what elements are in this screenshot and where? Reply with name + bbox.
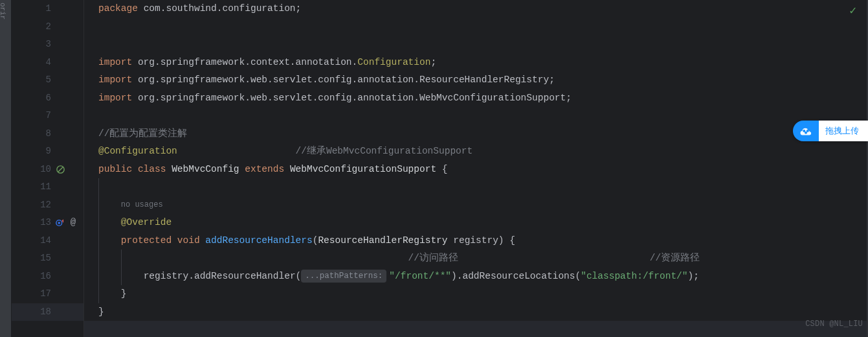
code-line[interactable]: //访问路径 //资源路径 (84, 250, 868, 268)
keyword: package (98, 0, 138, 18)
line-number: 12 (21, 196, 51, 215)
line-number: 9 (21, 143, 51, 161)
import-path: org.springframework.context.annotation. (138, 54, 357, 72)
method-call: addResourceLocations (462, 268, 575, 286)
line-number: 2 (21, 18, 51, 36)
keyword: import (98, 54, 132, 72)
svg-line-1 (58, 167, 63, 172)
code-line[interactable] (84, 36, 868, 54)
comment: //配置为配置类注解 (98, 125, 187, 143)
upload-label: 拖拽上传 (819, 121, 868, 141)
brace: } (121, 285, 127, 303)
comment: //继承WebMvcConfigurationSupport (296, 143, 473, 161)
code-line[interactable]: //配置为配置类注解 (84, 125, 868, 143)
inspection-ok-icon[interactable]: ✓ (849, 3, 856, 21)
code-line[interactable]: import org.springframework.web.servlet.c… (84, 71, 868, 89)
code-line[interactable]: @Override (84, 214, 868, 232)
code-line[interactable] (84, 178, 868, 196)
code-line[interactable]: protected void addResourceHandlers(Resou… (84, 232, 868, 250)
class-ref: Configuration (357, 54, 430, 72)
keyword: extends (245, 161, 284, 179)
line-number: 3 (21, 36, 51, 54)
code-area[interactable]: package com.southwind.configuration; imp… (84, 0, 868, 337)
semicolon: ; (296, 0, 302, 18)
line-number: 5 (21, 71, 51, 89)
comment: //资源路径 (650, 250, 700, 268)
line-number: 8 (21, 125, 51, 143)
at-icon: @ (68, 218, 78, 228)
brace: { (509, 232, 515, 250)
param-type: ResourceHandlerRegistry (318, 232, 447, 250)
override-icon[interactable] (55, 218, 65, 228)
code-line[interactable] (84, 107, 868, 125)
code-line[interactable]: registry.addResourceHandler(...pathPatte… (84, 268, 868, 286)
keyword: import (98, 71, 132, 89)
gutter: 1 2 3 4 5 6 7 8 9 10 11 12 13 @ 14 15 16… (12, 0, 84, 337)
code-line[interactable]: import org.springframework.web.servlet.c… (84, 89, 868, 108)
line-number: 14 (21, 232, 51, 250)
keyword: void (177, 232, 200, 250)
usage-hint[interactable]: no usages (121, 196, 163, 215)
string-literal: "classpath:/front/" (581, 268, 687, 286)
line-number: 17 (21, 285, 51, 303)
import-path: org.springframework.web.servlet.config.a… (138, 71, 549, 89)
annotation: @Override (121, 214, 172, 232)
line-number: 15 (21, 250, 51, 268)
line-number: 7 (21, 107, 51, 125)
string-literal: "/front/**" (389, 268, 451, 286)
code-line[interactable]: no usages (84, 196, 868, 215)
keyword: import (98, 89, 132, 108)
line-number: 16 (21, 268, 51, 286)
svg-point-6 (805, 132, 807, 134)
superclass: WebMvcConfigurationSupport (290, 161, 436, 179)
brace: { (442, 161, 448, 179)
param-name: registry (453, 232, 498, 250)
code-line[interactable]: public class WebMvcConfig extends WebMvc… (84, 161, 868, 179)
upload-widget[interactable]: 拖拽上传 (793, 121, 868, 141)
keyword: protected (121, 232, 172, 250)
annotation: @Configuration (98, 143, 177, 161)
code-line[interactable]: import org.springframework.context.annot… (84, 54, 868, 72)
comment: //访问路径 (408, 250, 458, 268)
import-path: org.springframework.web.servlet.config.a… (138, 89, 566, 108)
forbidden-icon (55, 164, 65, 174)
method-name: addResourceHandlers (205, 232, 312, 250)
code-line[interactable] (84, 18, 868, 36)
watermark: CSDN @NL_LIU (805, 316, 863, 334)
line-number: 6 (21, 89, 51, 108)
package-name: com.southwind.configuration (144, 0, 296, 18)
svg-point-3 (58, 222, 61, 224)
code-line[interactable]: } (84, 285, 868, 303)
line-number: 10 (21, 161, 51, 179)
line-number: 18 (21, 303, 51, 321)
left-panel-stub: orir (0, 0, 12, 337)
code-line[interactable] (84, 321, 868, 337)
keyword: public (98, 161, 132, 179)
line-number: 1 (21, 0, 51, 18)
keyword: class (138, 161, 166, 179)
line-number: 4 (21, 54, 51, 72)
code-line[interactable]: @Configuration //继承WebMvcConfigurationSu… (84, 143, 868, 161)
code-line[interactable]: package com.southwind.configuration; (84, 0, 868, 18)
code-editor[interactable]: 1 2 3 4 5 6 7 8 9 10 11 12 13 @ 14 15 16… (12, 0, 868, 337)
class-name: WebMvcConfig (172, 161, 239, 179)
line-number: 11 (21, 178, 51, 196)
line-number: 13 (21, 214, 51, 232)
method-call: addResourceHandler (194, 268, 296, 286)
brace: } (98, 303, 104, 321)
var-ref: registry (144, 268, 189, 286)
param-hint: ...pathPatterns: (301, 270, 386, 283)
cloud-upload-icon (793, 121, 819, 141)
code-line[interactable]: } (84, 303, 868, 321)
